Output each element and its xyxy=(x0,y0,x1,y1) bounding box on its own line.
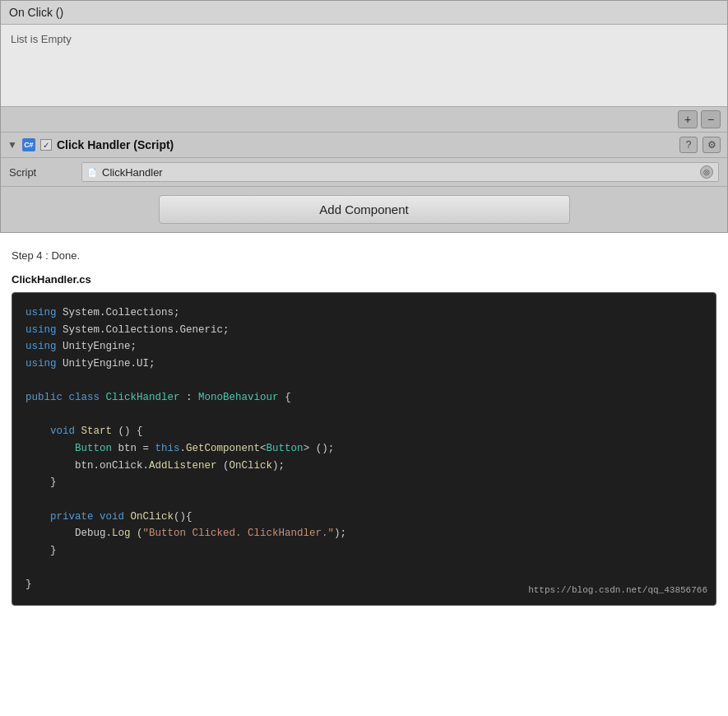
code-line-9: Button btn = this.GetComponent<Button> (… xyxy=(26,440,702,458)
code-line-13: private void OnClick(){ xyxy=(26,509,702,526)
script-value-area[interactable]: 📄 ClickHandler ◎ xyxy=(81,162,719,182)
code-line-15: } xyxy=(26,542,702,560)
remove-event-button[interactable]: − xyxy=(701,110,721,128)
help-button[interactable]: ? xyxy=(679,137,698,153)
code-line-12 xyxy=(26,491,702,509)
code-line-6: public class ClickHandler : MonoBehaviou… xyxy=(26,389,702,407)
code-line-2: using System.Collections.Generic; xyxy=(26,322,702,339)
script-select-button[interactable]: ◎ xyxy=(700,165,713,179)
cs-file-icon: C# xyxy=(22,138,35,151)
add-component-row: Add Component xyxy=(1,187,727,232)
list-empty-text: List is Empty xyxy=(11,33,72,45)
code-line-8: void Start () { xyxy=(26,423,702,440)
code-line-4: using UnityEngine.UI; xyxy=(26,356,702,373)
settings-button[interactable]: ⚙ xyxy=(702,137,721,153)
code-line-7 xyxy=(26,407,702,424)
on-click-label: On Click () xyxy=(9,6,63,19)
component-enabled-checkbox[interactable]: ✓ xyxy=(40,139,52,151)
inspector-panel: On Click () List is Empty + − ▼ C# ✓ Cli… xyxy=(0,0,728,233)
script-row: Script 📄 ClickHandler ◎ xyxy=(1,158,727,187)
code-block: using System.Collections; using System.C… xyxy=(12,292,716,606)
collapse-arrow-icon[interactable]: ▼ xyxy=(7,139,17,151)
on-click-header: On Click () xyxy=(1,1,727,25)
add-event-button[interactable]: + xyxy=(678,110,698,128)
add-component-button[interactable]: Add Component xyxy=(159,195,570,224)
code-line-11: } xyxy=(26,474,702,491)
script-value-text: ClickHandler xyxy=(102,166,163,179)
component-header: ▼ C# ✓ Click Handler (Script) ? ⚙ xyxy=(1,133,727,158)
step-text: Step 4 : Done. xyxy=(12,249,716,262)
add-remove-row: + − xyxy=(1,107,727,133)
page-content: Step 4 : Done. ClickHandler.cs using Sys… xyxy=(0,233,728,614)
watermark: https://blog.csdn.net/qq_43856766 xyxy=(528,583,707,597)
code-line-5 xyxy=(26,373,702,390)
script-label: Script xyxy=(9,166,75,179)
component-title: Click Handler (Script) xyxy=(57,138,675,151)
script-file-icon: 📄 xyxy=(87,168,97,177)
filename-text: ClickHandler.cs xyxy=(12,273,716,286)
code-line-10: btn.onClick.AddListener (OnClick); xyxy=(26,458,702,475)
code-line-3: using UnityEngine; xyxy=(26,338,702,356)
code-line-1: using System.Collections; xyxy=(26,305,702,322)
list-empty-area: List is Empty xyxy=(1,25,727,107)
code-line-14: Debug.Log ("Button Clicked. ClickHandler… xyxy=(26,525,702,542)
code-line-16 xyxy=(26,559,702,576)
